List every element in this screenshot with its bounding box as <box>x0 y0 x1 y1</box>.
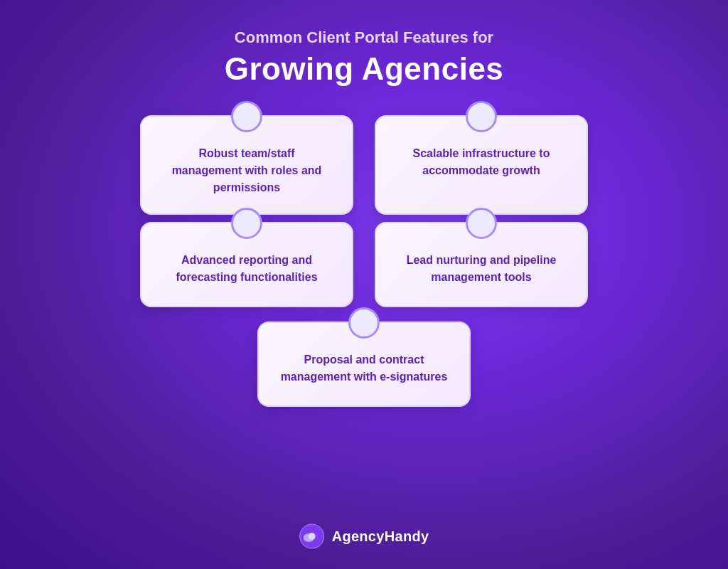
card-circle-icon <box>466 101 497 132</box>
brand-bold: Handy <box>385 528 429 544</box>
card-circle-icon <box>231 208 262 239</box>
card-circle-icon <box>231 101 262 132</box>
page-background: Common Client Portal Features for Growin… <box>0 0 728 569</box>
header-title: Growing Agencies <box>225 51 504 87</box>
card-text: Advanced reporting and forecasting funct… <box>163 252 331 286</box>
footer-brand-text: AgencyHandy <box>332 528 429 545</box>
card-advanced-reporting: Advanced reporting and forecasting funct… <box>140 222 353 307</box>
card-circle-icon <box>348 307 380 339</box>
cards-container: Robust team/staff management with roles … <box>14 115 714 414</box>
brand-regular: Agency <box>332 528 385 544</box>
card-scalable-infrastructure: Scalable infrastructure to accommodate g… <box>375 115 588 215</box>
card-text: Scalable infrastructure to accommodate g… <box>397 145 565 179</box>
agency-handy-logo <box>299 523 325 549</box>
header-subtitle: Common Client Portal Features for <box>225 28 504 47</box>
cards-row-3: Proposal and contract management with e-… <box>257 321 471 407</box>
card-lead-nurturing: Lead nurturing and pipeline management t… <box>375 222 588 307</box>
card-circle-icon <box>466 208 497 239</box>
card-proposal-contract: Proposal and contract management with e-… <box>257 321 471 407</box>
footer: AgencyHandy <box>299 523 429 549</box>
card-text: Proposal and contract management with e-… <box>280 351 448 385</box>
page-header: Common Client Portal Features for Growin… <box>225 28 504 87</box>
cards-row-1: Robust team/staff management with roles … <box>140 115 588 215</box>
card-team-management: Robust team/staff management with roles … <box>140 115 353 215</box>
card-text: Robust team/staff management with roles … <box>163 145 331 196</box>
svg-point-3 <box>309 533 316 540</box>
card-text: Lead nurturing and pipeline management t… <box>397 252 565 286</box>
cards-row-2: Advanced reporting and forecasting funct… <box>140 222 588 307</box>
